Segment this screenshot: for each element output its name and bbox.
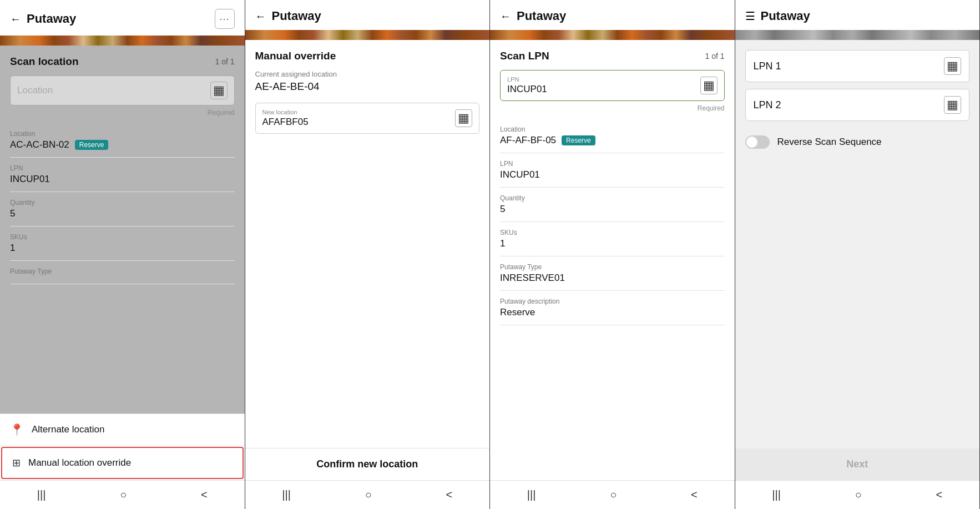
putaway-type-label-p3: Putaway Type xyxy=(500,263,725,271)
skus-row-p1: SKUs 1 xyxy=(10,226,235,261)
override-icon: ⊞ xyxy=(12,457,21,469)
location-value-p3: AF-AF-BF-05 Reserve xyxy=(500,135,725,146)
panel-lpn-list: ☰ Putaway LPN 1 ▦ LPN 2 ▦ Reverse Scan S… xyxy=(735,0,981,509)
lpn1-input[interactable]: LPN 1 ▦ xyxy=(745,50,970,82)
location-label-p3: Location xyxy=(500,125,725,133)
alternate-location-label: Alternate location xyxy=(32,424,104,435)
skus-value-p3: 1 xyxy=(500,238,725,249)
banner-p3 xyxy=(490,30,735,40)
nav-bar-p3: ||| ○ < xyxy=(490,480,735,509)
barcode-icon-lpn2: ▦ xyxy=(944,96,961,114)
nav-back-p4[interactable]: < xyxy=(936,488,942,501)
nav-bar-p4: ||| ○ < xyxy=(735,480,980,509)
qty-label-p3: Quantity xyxy=(500,194,725,202)
menu-dots-icon: ··· xyxy=(219,13,229,25)
location-row-p3: Location AF-AF-BF-05 Reserve xyxy=(500,119,725,153)
reverse-scan-label: Reverse Scan Sequence xyxy=(777,137,882,148)
nav-circle-p2[interactable]: ○ xyxy=(365,488,372,501)
putaway-type-row-p1: Putaway Type xyxy=(10,261,235,284)
lpn-scan-value: INCUP01 xyxy=(507,84,547,95)
section-title-p3: Scan LPN xyxy=(500,50,549,62)
hamburger-menu-icon[interactable]: ☰ xyxy=(745,9,755,23)
location-input-p1[interactable]: Location ▦ xyxy=(10,75,235,105)
lpn2-input[interactable]: LPN 2 ▦ xyxy=(745,89,970,121)
next-button: Next xyxy=(735,448,980,480)
qty-value-p1: 5 xyxy=(10,208,235,219)
lpn2-label: LPN 2 xyxy=(754,99,781,111)
section-count-p1: 1 of 1 xyxy=(215,57,234,66)
barcode-icon-p3: ▦ xyxy=(700,77,718,94)
panel2-title: Putaway xyxy=(272,9,480,23)
nav-circle-p1[interactable]: ○ xyxy=(120,488,127,501)
panel3-title: Putaway xyxy=(517,9,725,23)
manual-override-item[interactable]: ⊞ Manual location override xyxy=(1,447,244,479)
nav-bars-p3[interactable]: ||| xyxy=(527,488,536,501)
bottom-menu-p1: 📍 Alternate location ⊞ Manual location o… xyxy=(0,414,245,480)
banner-p2 xyxy=(245,30,490,40)
required-text-p1: Required xyxy=(10,109,235,117)
lpn-label-p1: LPN xyxy=(10,164,235,172)
putaway-desc-row-p3: Putaway description Reserve xyxy=(500,291,725,325)
skus-label-p3: SKUs xyxy=(500,229,725,236)
qty-row-p3: Quantity 5 xyxy=(500,188,725,222)
location-value-p1: AC-AC-BN-02 Reserve xyxy=(10,139,235,150)
skus-value-p1: 1 xyxy=(10,243,235,254)
panel2-header: ← Putaway xyxy=(245,0,490,30)
skus-label-p1: SKUs xyxy=(10,233,235,241)
barcode-icon-p2: ▦ xyxy=(455,109,472,127)
lpn-value-p1: INCUP01 xyxy=(10,174,235,185)
nav-bars-p1[interactable]: ||| xyxy=(37,488,46,501)
nav-bars-p2[interactable]: ||| xyxy=(282,488,291,501)
lpn-label-p3: LPN xyxy=(500,160,725,168)
section-header-p3: Scan LPN 1 of 1 xyxy=(500,50,725,62)
reverse-scan-toggle[interactable] xyxy=(745,135,770,149)
current-location-label: Current assigned location xyxy=(255,70,480,78)
nav-bars-p4[interactable]: ||| xyxy=(772,488,781,501)
menu-button-p1[interactable]: ··· xyxy=(215,9,235,29)
back-button-p3[interactable]: ← xyxy=(500,10,511,23)
location-placeholder: Location xyxy=(17,85,53,96)
nav-back-p3[interactable]: < xyxy=(691,488,698,501)
panel1-header: ← Putaway ··· xyxy=(0,0,245,36)
location-label-p1: Location xyxy=(10,130,235,138)
skus-row-p3: SKUs 1 xyxy=(500,222,725,256)
current-location-value: AE-AE-BE-04 xyxy=(255,80,480,93)
new-location-input[interactable]: New location AFAFBF05 ▦ xyxy=(255,103,480,134)
qty-row-p1: Quantity 5 xyxy=(10,192,235,226)
alternate-location-item[interactable]: 📍 Alternate location xyxy=(0,414,245,446)
nav-back-p2[interactable]: < xyxy=(446,488,452,501)
putaway-type-label-p1: Putaway Type xyxy=(10,268,235,275)
section-header-p1: Scan location 1 of 1 xyxy=(10,56,235,68)
lpn-row-p3: LPN INCUP01 xyxy=(500,153,725,188)
lpn-row-p1: LPN INCUP01 xyxy=(10,158,235,192)
location-pin-icon: 📍 xyxy=(10,423,24,436)
confirm-new-location-button[interactable]: Confirm new location xyxy=(245,448,490,480)
nav-bar-p2: ||| ○ < xyxy=(245,480,490,509)
qty-value-p3: 5 xyxy=(500,204,725,215)
back-button-p2[interactable]: ← xyxy=(255,10,266,23)
new-location-label: New location xyxy=(262,109,309,115)
current-location-section: Current assigned location AE-AE-BE-04 xyxy=(255,70,480,93)
barcode-icon-p1: ▦ xyxy=(210,82,228,99)
putaway-desc-label-p3: Putaway description xyxy=(500,298,725,305)
panel-scan-lpn: ← Putaway Scan LPN 1 of 1 LPN INCUP01 ▦ … xyxy=(490,0,735,509)
barcode-icon-lpn1: ▦ xyxy=(944,57,961,75)
putaway-type-row-p3: Putaway Type INRESERVE01 xyxy=(500,256,725,291)
lpn1-label: LPN 1 xyxy=(754,61,781,72)
banner-p4 xyxy=(735,30,980,40)
back-button-p1[interactable]: ← xyxy=(10,13,21,26)
nav-bar-p1: ||| ○ < xyxy=(0,480,245,509)
putaway-desc-value-p3: Reserve xyxy=(500,307,725,318)
section-title-p1: Scan location xyxy=(10,56,79,68)
location-row-p1: Location AC-AC-BN-02 Reserve xyxy=(10,123,235,158)
reserve-badge-p3: Reserve xyxy=(562,135,595,145)
nav-circle-p4[interactable]: ○ xyxy=(855,488,862,501)
section-count-p3: 1 of 1 xyxy=(705,52,724,61)
required-text-p3: Required xyxy=(500,104,725,112)
panel1-title: Putaway xyxy=(27,12,209,26)
panel-manual-override: ← Putaway Manual override Current assign… xyxy=(245,0,491,509)
lpn-value-p3: INCUP01 xyxy=(500,169,725,180)
nav-circle-p3[interactable]: ○ xyxy=(610,488,617,501)
lpn-scan-input[interactable]: LPN INCUP01 ▦ xyxy=(500,70,725,101)
nav-back-p1[interactable]: < xyxy=(201,488,208,501)
